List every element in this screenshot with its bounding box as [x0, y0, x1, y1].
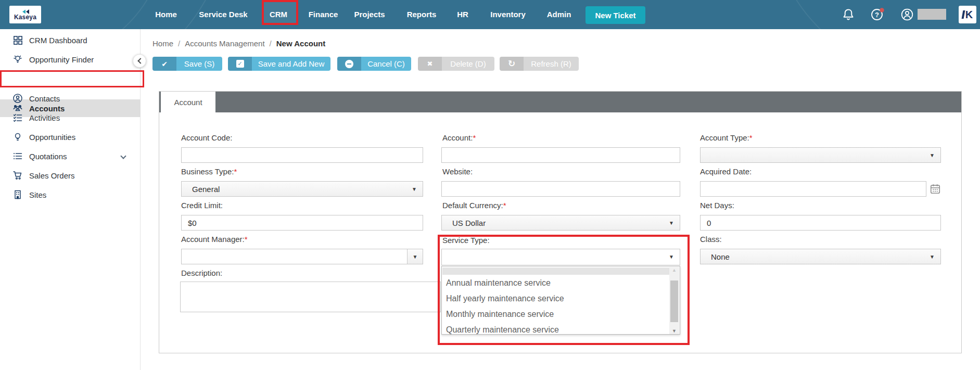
help-icon[interactable]: ? [870, 7, 885, 22]
sidebar-item-opportunity-finder[interactable]: Opportunity Finder [0, 50, 141, 69]
scroll-down-icon[interactable]: ▼ [669, 328, 679, 334]
chevron-down-icon: ▼ [669, 220, 674, 226]
net-days-label: Net Days: [700, 201, 734, 210]
nav-item-hr[interactable]: HR [457, 0, 468, 29]
service-type-label: Service Type: [442, 236, 490, 245]
dropdown-scrollbar[interactable]: ▲ ▼ [669, 267, 679, 334]
kaseya-logo-text: Kaseya [14, 15, 36, 20]
chevron-down-icon: ▼ [930, 152, 935, 158]
breadcrumb: Home/Accounts Management/New Account [152, 39, 325, 48]
calendar-icon[interactable] [930, 183, 941, 195]
breadcrumb-accounts-management[interactable]: Accounts Management [185, 39, 264, 48]
net-days-input[interactable] [700, 215, 941, 231]
refresh-button: ↻ Refresh (R) [500, 57, 579, 71]
sidebar-item-opportunities[interactable]: Opportunities [0, 127, 141, 146]
delete-button: ✖ Delete (D) [418, 57, 494, 71]
chevron-down-icon[interactable]: ▼ [407, 249, 423, 264]
dropdown-option-monthly[interactable]: Monthly maintenance service [442, 307, 670, 322]
kaseya-app-switcher-icon[interactable]: K [959, 6, 976, 23]
account-manager-select[interactable]: ▼ [181, 249, 423, 264]
svg-text:?: ? [875, 11, 879, 19]
dashboard-icon [12, 35, 23, 45]
chevron-down-icon[interactable] [120, 153, 126, 159]
account-label: Account:* [442, 133, 476, 142]
activities-icon [12, 112, 23, 123]
save-and-add-new-button[interactable]: ✓ Save and Add New [228, 57, 330, 71]
service-type-select[interactable]: ▼ [441, 249, 680, 265]
default-currency-label: Default Currency:* [442, 201, 506, 210]
credit-limit-label: Credit Limit: [181, 201, 223, 210]
breadcrumb-home[interactable]: Home [152, 39, 173, 48]
chevron-left-icon [137, 58, 143, 63]
acquired-date-input[interactable] [700, 181, 926, 197]
x-icon: ✖ [418, 57, 442, 71]
new-ticket-button[interactable]: New Ticket [586, 6, 645, 24]
notifications-bell-icon[interactable] [841, 8, 856, 22]
account-type-select[interactable]: ▼ [700, 147, 941, 163]
scroll-up-icon[interactable]: ▲ [669, 267, 679, 273]
kaseya-logo[interactable]: Kaseya [9, 6, 41, 23]
service-type-dropdown-panel: Annual maintenance service Half yearly m… [441, 266, 680, 335]
credit-limit-input[interactable] [181, 215, 423, 231]
description-textarea[interactable] [180, 282, 441, 312]
acquired-date-label: Acquired Date: [700, 167, 752, 176]
cancel-button[interactable]: Cancel (C) [337, 57, 411, 71]
nav-item-home[interactable]: Home [155, 0, 177, 29]
tab-bar [159, 92, 961, 112]
checkbox-check-icon: ✓ [228, 57, 252, 71]
business-type-select[interactable]: General ▼ [181, 181, 423, 197]
sidebar-collapse-button[interactable] [133, 54, 146, 68]
contacts-icon [12, 93, 23, 104]
sidebar-item-sites[interactable]: Sites [0, 185, 141, 204]
breadcrumb-new-account: New Account [276, 39, 325, 48]
account-code-input[interactable] [181, 147, 423, 163]
refresh-icon: ↻ [500, 57, 524, 71]
account-type-label: Account Type:* [700, 133, 753, 142]
class-select[interactable]: None ▼ [700, 249, 941, 264]
quotations-icon [12, 151, 23, 161]
save-button[interactable]: ✔ Save (S) [152, 57, 222, 71]
nav-item-service-desk[interactable]: Service Desk [199, 0, 247, 29]
sidebar-item-crm-dashboard[interactable]: CRM Dashboard [0, 31, 141, 49]
sidebar-item-activities[interactable]: Activities [0, 108, 141, 127]
check-icon: ✔ [152, 57, 176, 71]
opportunities-icon [12, 132, 23, 142]
sales-orders-icon [12, 170, 23, 181]
opportunity-finder-icon [12, 54, 23, 65]
chevron-down-icon: ▼ [930, 254, 935, 260]
account-input[interactable] [441, 147, 680, 163]
nav-item-finance[interactable]: Finance [309, 0, 338, 29]
top-navbar: Kaseya Home Service Desk CRM Finance Pro… [0, 0, 980, 29]
minus-circle-icon [337, 57, 361, 71]
help-badge-dot [880, 8, 884, 12]
nav-item-inventory[interactable]: Inventory [490, 0, 526, 29]
sidebar-item-contacts[interactable]: Contacts [0, 89, 141, 108]
nav-item-projects[interactable]: Projects [354, 0, 385, 29]
user-profile-icon[interactable] [900, 7, 914, 22]
nav-item-reports[interactable]: Reports [407, 0, 437, 29]
highlight-box-accounts [0, 70, 144, 87]
description-label: Description: [181, 269, 222, 277]
dropdown-option-quarterly[interactable]: Quarterly maintenance service [442, 322, 670, 334]
tab-account[interactable]: Account [161, 92, 215, 112]
dropdown-option-blank[interactable] [442, 267, 670, 275]
class-label: Class: [700, 235, 722, 244]
business-type-label: Business Type:* [181, 167, 237, 176]
account-code-label: Account Code: [181, 133, 232, 142]
website-label: Website: [442, 167, 473, 176]
default-currency-select[interactable]: US Dollar ▼ [441, 215, 680, 231]
account-manager-label: Account Manager:* [181, 235, 248, 244]
nav-item-crm[interactable]: CRM [270, 0, 287, 29]
scrollbar-thumb[interactable] [670, 280, 678, 322]
sidebar-item-quotations[interactable]: Quotations [0, 147, 141, 165]
dropdown-option-annual[interactable]: Annual maintenance service [442, 275, 670, 291]
sites-icon [12, 189, 23, 200]
dropdown-option-half-yearly[interactable]: Half yearly maintenance service [442, 291, 670, 307]
chevron-down-icon: ▼ [669, 254, 674, 260]
nav-item-admin[interactable]: Admin [547, 0, 571, 29]
website-input[interactable] [441, 181, 680, 197]
chevron-down-icon: ▼ [412, 186, 417, 192]
sidebar-item-sales-orders[interactable]: Sales Orders [0, 166, 141, 185]
username-redacted [918, 9, 946, 20]
